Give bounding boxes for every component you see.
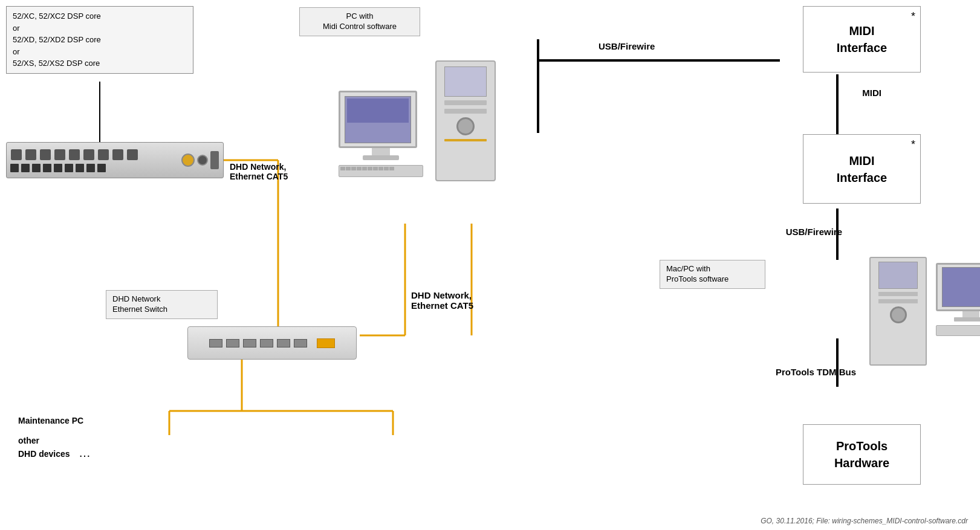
network-switch-illustration bbox=[187, 326, 357, 360]
protools-tdm-label: ProTools TDM Bus bbox=[776, 367, 856, 377]
dsp-core-text2: or bbox=[13, 24, 20, 33]
pc-midi-label-box: PC with Midi Control software bbox=[299, 7, 420, 36]
dhd-device-illustration bbox=[6, 142, 224, 178]
dsp-core-box: 52/XC, 52/XC2 DSP core or 52/XD, 52/XD2 … bbox=[6, 6, 193, 74]
macpc-illustration bbox=[869, 257, 927, 366]
midi-interface-top: MIDI Interface * bbox=[803, 6, 921, 73]
protools-hardware-box: ProTools Hardware bbox=[803, 424, 921, 485]
maintenance-pc-label: Maintenance PC bbox=[18, 416, 83, 425]
usb-firewire-label-top: USB/Firewire bbox=[599, 41, 655, 51]
dhd-network-label-center: DHD Network, Ethernet CAT5 bbox=[411, 290, 473, 311]
pc-midi-illustration bbox=[339, 91, 423, 177]
asterisk-bottom: * bbox=[911, 138, 915, 152]
dsp-core-text3: 52/XD, 52/XD2 DSP core bbox=[13, 35, 101, 44]
midi-label-between: MIDI bbox=[862, 88, 881, 98]
dhd-switch-label-box: DHD Network Ethernet Switch bbox=[106, 290, 218, 319]
footer-text: GO, 30.11.2016; File: wiring-schemes_MID… bbox=[761, 517, 968, 525]
other-dhd-label: other DHD devices … bbox=[18, 435, 91, 460]
dsp-core-text: 52/XC, 52/XC2 DSP core bbox=[13, 11, 101, 21]
usb-firewire-label-right: USB/Firewire bbox=[786, 227, 842, 237]
asterisk-top: * bbox=[911, 10, 915, 24]
dsp-core-text4: or bbox=[13, 47, 20, 56]
macpc-protools-box: Mac/PC with ProTools software bbox=[660, 260, 765, 289]
tower-pc-illustration bbox=[435, 60, 496, 181]
midi-interface-bottom: MIDI Interface * bbox=[803, 134, 921, 204]
dsp-core-text5: 52/XS, 52/XS2 DSP core bbox=[13, 59, 100, 68]
diagram: 52/XC, 52/XC2 DSP core or 52/XD, 52/XD2 … bbox=[0, 0, 980, 530]
dhd-network-label-left: DHD Network, Ethernet CAT5 bbox=[230, 162, 288, 181]
